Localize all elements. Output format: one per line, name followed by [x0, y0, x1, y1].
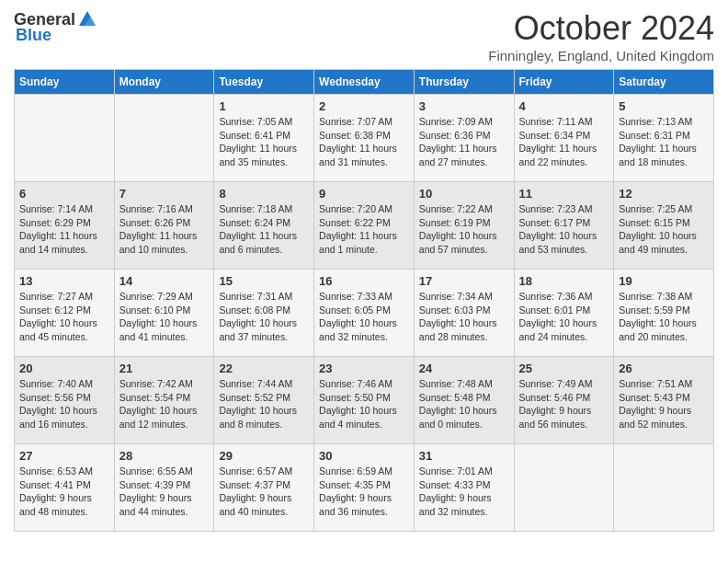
calendar-cell: 22Sunrise: 7:44 AM Sunset: 5:52 PM Dayli…: [214, 357, 314, 444]
logo-icon: [77, 9, 97, 29]
day-info: Sunrise: 7:20 AM Sunset: 6:22 PM Dayligh…: [319, 202, 409, 257]
day-info: Sunrise: 7:09 AM Sunset: 6:36 PM Dayligh…: [419, 115, 509, 169]
calendar-cell: 29Sunrise: 6:57 AM Sunset: 4:37 PM Dayli…: [214, 444, 314, 532]
calendar-cell: 27Sunrise: 6:53 AM Sunset: 4:41 PM Dayli…: [15, 444, 115, 532]
calendar-cell: 13Sunrise: 7:27 AM Sunset: 6:12 PM Dayli…: [15, 270, 115, 357]
calendar-cell: 8Sunrise: 7:18 AM Sunset: 6:24 PM Daylig…: [214, 182, 314, 270]
day-number: 24: [419, 362, 509, 375]
day-info: Sunrise: 7:46 AM Sunset: 5:50 PM Dayligh…: [319, 377, 409, 431]
day-info: Sunrise: 7:13 AM Sunset: 6:31 PM Dayligh…: [619, 115, 709, 169]
calendar-cell: 14Sunrise: 7:29 AM Sunset: 6:10 PM Dayli…: [114, 270, 214, 357]
day-info: Sunrise: 7:07 AM Sunset: 6:38 PM Dayligh…: [319, 115, 409, 169]
day-number: 2: [319, 99, 409, 113]
day-info: Sunrise: 7:42 AM Sunset: 5:54 PM Dayligh…: [119, 377, 210, 431]
calendar-cell: 12Sunrise: 7:25 AM Sunset: 6:15 PM Dayli…: [614, 182, 714, 270]
calendar-cell: 1Sunrise: 7:05 AM Sunset: 6:41 PM Daylig…: [214, 95, 314, 182]
day-info: Sunrise: 7:33 AM Sunset: 6:05 PM Dayligh…: [319, 290, 409, 344]
day-number: 28: [119, 449, 210, 463]
day-number: 25: [519, 362, 609, 375]
day-number: 23: [319, 362, 409, 375]
day-of-week-header: Sunday: [15, 70, 115, 95]
calendar-week-row: 13Sunrise: 7:27 AM Sunset: 6:12 PM Dayli…: [15, 270, 714, 357]
calendar-cell: 3Sunrise: 7:09 AM Sunset: 6:36 PM Daylig…: [414, 95, 514, 182]
title-area: October 2024 Finningley, England, United…: [488, 9, 714, 63]
day-number: 30: [319, 449, 409, 463]
day-number: 10: [419, 187, 509, 201]
calendar-cell: 21Sunrise: 7:42 AM Sunset: 5:54 PM Dayli…: [114, 357, 214, 444]
calendar-cell: 25Sunrise: 7:49 AM Sunset: 5:46 PM Dayli…: [514, 357, 614, 444]
calendar-cell: 5Sunrise: 7:13 AM Sunset: 6:31 PM Daylig…: [614, 95, 714, 182]
day-info: Sunrise: 7:23 AM Sunset: 6:17 PM Dayligh…: [519, 202, 609, 257]
day-info: Sunrise: 7:36 AM Sunset: 6:01 PM Dayligh…: [519, 290, 609, 344]
day-info: Sunrise: 7:51 AM Sunset: 5:43 PM Dayligh…: [619, 377, 709, 431]
calendar-cell: 30Sunrise: 6:59 AM Sunset: 4:35 PM Dayli…: [314, 444, 415, 532]
day-number: 27: [19, 449, 109, 463]
day-number: 6: [19, 187, 109, 201]
day-number: 31: [419, 449, 509, 463]
day-number: 15: [219, 274, 309, 288]
calendar-cell: [15, 95, 115, 182]
calendar-cell: 24Sunrise: 7:48 AM Sunset: 5:48 PM Dayli…: [414, 357, 514, 444]
calendar-cell: 23Sunrise: 7:46 AM Sunset: 5:50 PM Dayli…: [314, 357, 415, 444]
calendar-week-row: 6Sunrise: 7:14 AM Sunset: 6:29 PM Daylig…: [15, 182, 714, 270]
calendar-cell: 28Sunrise: 6:55 AM Sunset: 4:39 PM Dayli…: [114, 444, 214, 532]
calendar-week-row: 1Sunrise: 7:05 AM Sunset: 6:41 PM Daylig…: [15, 95, 714, 182]
calendar-cell: 19Sunrise: 7:38 AM Sunset: 5:59 PM Dayli…: [614, 270, 714, 357]
calendar-cell: 4Sunrise: 7:11 AM Sunset: 6:34 PM Daylig…: [514, 95, 614, 182]
day-number: 13: [19, 274, 109, 288]
day-number: 14: [119, 274, 210, 288]
calendar-cell: 20Sunrise: 7:40 AM Sunset: 5:56 PM Dayli…: [15, 357, 115, 444]
day-info: Sunrise: 6:55 AM Sunset: 4:39 PM Dayligh…: [119, 465, 210, 519]
day-info: Sunrise: 7:18 AM Sunset: 6:24 PM Dayligh…: [219, 202, 309, 257]
calendar-cell: 6Sunrise: 7:14 AM Sunset: 6:29 PM Daylig…: [15, 182, 115, 270]
calendar-cell: 26Sunrise: 7:51 AM Sunset: 5:43 PM Dayli…: [614, 357, 714, 444]
logo: General Blue: [14, 9, 97, 45]
day-info: Sunrise: 7:34 AM Sunset: 6:03 PM Dayligh…: [419, 290, 509, 344]
day-number: 4: [519, 99, 609, 113]
day-info: Sunrise: 7:14 AM Sunset: 6:29 PM Dayligh…: [19, 202, 109, 257]
day-info: Sunrise: 7:25 AM Sunset: 6:15 PM Dayligh…: [619, 202, 709, 257]
day-info: Sunrise: 7:48 AM Sunset: 5:48 PM Dayligh…: [419, 377, 509, 431]
day-number: 29: [219, 449, 309, 463]
day-of-week-header: Saturday: [614, 70, 714, 95]
day-info: Sunrise: 7:01 AM Sunset: 4:33 PM Dayligh…: [419, 465, 509, 519]
calendar-cell: 16Sunrise: 7:33 AM Sunset: 6:05 PM Dayli…: [314, 270, 415, 357]
day-number: 18: [519, 274, 609, 288]
calendar-cell: 7Sunrise: 7:16 AM Sunset: 6:26 PM Daylig…: [114, 182, 214, 270]
day-info: Sunrise: 7:38 AM Sunset: 5:59 PM Dayligh…: [619, 290, 709, 344]
day-info: Sunrise: 7:05 AM Sunset: 6:41 PM Dayligh…: [219, 115, 309, 169]
day-of-week-header: Friday: [514, 70, 614, 95]
day-number: 7: [119, 187, 210, 201]
day-number: 12: [619, 187, 709, 201]
day-info: Sunrise: 7:40 AM Sunset: 5:56 PM Dayligh…: [19, 377, 109, 431]
page-header: General Blue October 2024 Finningley, En…: [14, 9, 714, 63]
day-info: Sunrise: 7:27 AM Sunset: 6:12 PM Dayligh…: [19, 290, 109, 344]
day-number: 1: [219, 99, 309, 113]
day-number: 20: [19, 362, 109, 375]
day-info: Sunrise: 6:59 AM Sunset: 4:35 PM Dayligh…: [319, 465, 409, 519]
day-number: 16: [319, 274, 409, 288]
day-of-week-header: Thursday: [414, 70, 514, 95]
header-row: SundayMondayTuesdayWednesdayThursdayFrid…: [15, 70, 714, 95]
day-of-week-header: Tuesday: [214, 70, 314, 95]
day-info: Sunrise: 7:29 AM Sunset: 6:10 PM Dayligh…: [119, 290, 210, 344]
location: Finningley, England, United Kingdom: [488, 48, 714, 63]
logo-text-blue: Blue: [16, 26, 51, 45]
day-of-week-header: Wednesday: [314, 70, 415, 95]
day-number: 21: [119, 362, 210, 375]
calendar-cell: 31Sunrise: 7:01 AM Sunset: 4:33 PM Dayli…: [414, 444, 514, 532]
day-number: 26: [619, 362, 709, 375]
day-number: 3: [419, 99, 509, 113]
calendar-cell: 17Sunrise: 7:34 AM Sunset: 6:03 PM Dayli…: [414, 270, 514, 357]
calendar-cell: 11Sunrise: 7:23 AM Sunset: 6:17 PM Dayli…: [514, 182, 614, 270]
calendar-table: SundayMondayTuesdayWednesdayThursdayFrid…: [14, 69, 714, 532]
day-info: Sunrise: 6:53 AM Sunset: 4:41 PM Dayligh…: [19, 465, 109, 519]
day-info: Sunrise: 7:16 AM Sunset: 6:26 PM Dayligh…: [119, 202, 210, 257]
day-number: 9: [319, 187, 409, 201]
month-title: October 2024: [488, 9, 714, 48]
calendar-cell: 10Sunrise: 7:22 AM Sunset: 6:19 PM Dayli…: [414, 182, 514, 270]
day-number: 8: [219, 187, 309, 201]
day-info: Sunrise: 7:44 AM Sunset: 5:52 PM Dayligh…: [219, 377, 309, 431]
calendar-cell: 15Sunrise: 7:31 AM Sunset: 6:08 PM Dayli…: [214, 270, 314, 357]
day-info: Sunrise: 7:11 AM Sunset: 6:34 PM Dayligh…: [519, 115, 609, 169]
